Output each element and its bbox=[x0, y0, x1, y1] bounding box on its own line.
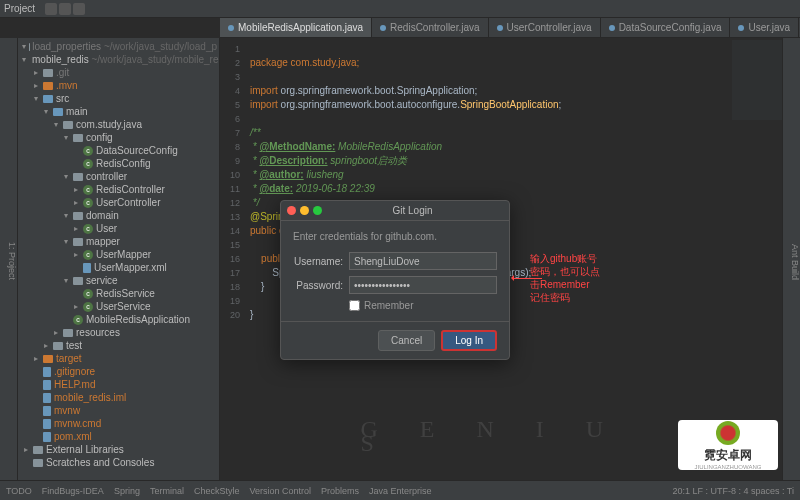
status-item[interactable]: FindBugs-IDEA bbox=[42, 486, 104, 496]
class-icon: c bbox=[83, 289, 93, 299]
file-icon bbox=[609, 25, 615, 31]
tree-item-domain[interactable]: ▾domain bbox=[18, 209, 219, 222]
tree-item-user[interactable]: ▸cUser bbox=[18, 222, 219, 235]
collapse-icon[interactable] bbox=[45, 3, 57, 15]
tree-item-redisservice[interactable]: cRedisService bbox=[18, 287, 219, 300]
expand-icon[interactable]: ▾ bbox=[52, 120, 60, 129]
tab-usercontroller-java[interactable]: UserController.java bbox=[489, 18, 601, 37]
expand-icon[interactable]: ▸ bbox=[72, 185, 80, 194]
file-icon bbox=[228, 25, 234, 31]
hide-icon[interactable] bbox=[73, 3, 85, 15]
tree-item-mobile_redis[interactable]: ▾mobile_redis ~/work/java_study/mobile_r… bbox=[18, 53, 219, 66]
tree-item-pom-xml[interactable]: pom.xml bbox=[18, 430, 219, 443]
expand-icon[interactable]: ▾ bbox=[62, 133, 70, 142]
folder-icon bbox=[43, 69, 53, 77]
tree-item-main[interactable]: ▾main bbox=[18, 105, 219, 118]
expand-icon[interactable]: ▸ bbox=[22, 445, 30, 454]
tree-item-test[interactable]: ▸test bbox=[18, 339, 219, 352]
right-tool-strip: Ant BuildMavenDatabaseKey Promoter XRest… bbox=[782, 38, 800, 480]
annotation-text: 输入github账号 密码，也可以点 击Remember 记住密码 bbox=[530, 252, 600, 304]
tree-item--mvn[interactable]: ▸.mvn bbox=[18, 79, 219, 92]
tree-item-datasourceconfig[interactable]: cDataSourceConfig bbox=[18, 144, 219, 157]
status-item[interactable]: Spring bbox=[114, 486, 140, 496]
expand-icon[interactable]: ▾ bbox=[22, 42, 26, 51]
tab-rediscontroller-java[interactable]: RedisController.java bbox=[372, 18, 489, 37]
expand-icon[interactable]: ▸ bbox=[32, 354, 40, 363]
tool-window-button[interactable]: Ant Build bbox=[790, 244, 800, 280]
expand-icon[interactable]: ▾ bbox=[62, 276, 70, 285]
tree-item-mobileredisapplication[interactable]: cMobileRedisApplication bbox=[18, 313, 219, 326]
tree-item-usermapper[interactable]: ▸cUserMapper bbox=[18, 248, 219, 261]
expand-icon[interactable]: ▸ bbox=[72, 198, 80, 207]
folder-icon bbox=[73, 134, 83, 142]
maximize-icon[interactable] bbox=[313, 206, 322, 215]
tab-mobileredisapplication-java[interactable]: MobileRedisApplication.java bbox=[220, 18, 372, 37]
tree-item-userservice[interactable]: ▸cUserService bbox=[18, 300, 219, 313]
folder-icon bbox=[33, 459, 43, 467]
status-item[interactable]: CheckStyle bbox=[194, 486, 240, 496]
tree-item-usermapper-xml[interactable]: UserMapper.xml bbox=[18, 261, 219, 274]
tree-item-service[interactable]: ▾service bbox=[18, 274, 219, 287]
expand-icon[interactable]: ▸ bbox=[42, 341, 50, 350]
tool-window-button[interactable]: 1: Project bbox=[7, 242, 17, 280]
line-numbers: 1234567891011121314151617181920 bbox=[220, 42, 244, 322]
dialog-message: Enter credentials for github.com. bbox=[293, 231, 497, 242]
tree-item-mvnw-cmd[interactable]: mvnw.cmd bbox=[18, 417, 219, 430]
expand-icon[interactable]: ▸ bbox=[32, 81, 40, 90]
tree-item-com-study-java[interactable]: ▾com.study.java bbox=[18, 118, 219, 131]
tree-item-resources[interactable]: ▸resources bbox=[18, 326, 219, 339]
status-item[interactable]: TODO bbox=[6, 486, 32, 496]
tree-item-mvnw[interactable]: mvnw bbox=[18, 404, 219, 417]
expand-icon[interactable]: ▾ bbox=[42, 107, 50, 116]
tree-item-rediscontroller[interactable]: ▸cRedisController bbox=[18, 183, 219, 196]
tree-item--git[interactable]: ▸.git bbox=[18, 66, 219, 79]
tab-user-java[interactable]: User.java bbox=[730, 18, 799, 37]
settings-icon[interactable] bbox=[59, 3, 71, 15]
tree-item-help-md[interactable]: HELP.md bbox=[18, 378, 219, 391]
tree-item-redisconfig[interactable]: cRedisConfig bbox=[18, 157, 219, 170]
tree-item-scratches-and-consoles[interactable]: Scratches and Consoles bbox=[18, 456, 219, 469]
expand-icon[interactable]: ▸ bbox=[72, 224, 80, 233]
file-icon bbox=[497, 25, 503, 31]
folder-icon bbox=[33, 446, 43, 454]
window-controls[interactable] bbox=[287, 206, 322, 215]
expand-icon[interactable]: ▾ bbox=[62, 237, 70, 246]
expand-icon[interactable]: ▸ bbox=[52, 328, 60, 337]
status-item[interactable]: Version Control bbox=[249, 486, 311, 496]
status-item[interactable]: Java Enterprise bbox=[369, 486, 432, 496]
remember-label: Remember bbox=[364, 300, 413, 311]
tree-item-mapper[interactable]: ▾mapper bbox=[18, 235, 219, 248]
tree-item--gitignore[interactable]: .gitignore bbox=[18, 365, 219, 378]
tree-item-target[interactable]: ▸target bbox=[18, 352, 219, 365]
class-icon: c bbox=[83, 302, 93, 312]
tree-item-src[interactable]: ▾src bbox=[18, 92, 219, 105]
expand-icon[interactable]: ▾ bbox=[22, 55, 26, 64]
tab-datasourceconfig-java[interactable]: DataSourceConfig.java bbox=[601, 18, 731, 37]
close-icon[interactable] bbox=[287, 206, 296, 215]
minimize-icon[interactable] bbox=[300, 206, 309, 215]
expand-icon[interactable]: ▸ bbox=[72, 250, 80, 259]
status-item[interactable]: Terminal bbox=[150, 486, 184, 496]
editor-watermark: G E N I U S bbox=[361, 422, 642, 450]
tree-item-mobile_redis-iml[interactable]: mobile_redis.iml bbox=[18, 391, 219, 404]
tree-item-controller[interactable]: ▾controller bbox=[18, 170, 219, 183]
tree-item-load_properties[interactable]: ▾load_properties ~/work/java_study/load_… bbox=[18, 40, 219, 53]
expand-icon[interactable]: ▾ bbox=[62, 211, 70, 220]
login-button[interactable]: Log In bbox=[441, 330, 497, 351]
class-icon: c bbox=[83, 146, 93, 156]
cancel-button[interactable]: Cancel bbox=[378, 330, 435, 351]
tree-item-external-libraries[interactable]: ▸External Libraries bbox=[18, 443, 219, 456]
remember-checkbox[interactable] bbox=[349, 300, 360, 311]
password-input[interactable] bbox=[349, 276, 497, 294]
file-icon bbox=[43, 419, 51, 429]
username-input[interactable] bbox=[349, 252, 497, 270]
expand-icon[interactable]: ▸ bbox=[32, 68, 40, 77]
file-icon bbox=[43, 432, 51, 442]
project-tree: ▾load_properties ~/work/java_study/load_… bbox=[18, 38, 220, 480]
expand-icon[interactable]: ▾ bbox=[32, 94, 40, 103]
tree-item-config[interactable]: ▾config bbox=[18, 131, 219, 144]
status-item[interactable]: Problems bbox=[321, 486, 359, 496]
expand-icon[interactable]: ▾ bbox=[62, 172, 70, 181]
tree-item-usercontroller[interactable]: ▸cUserController bbox=[18, 196, 219, 209]
expand-icon[interactable]: ▸ bbox=[72, 302, 80, 311]
